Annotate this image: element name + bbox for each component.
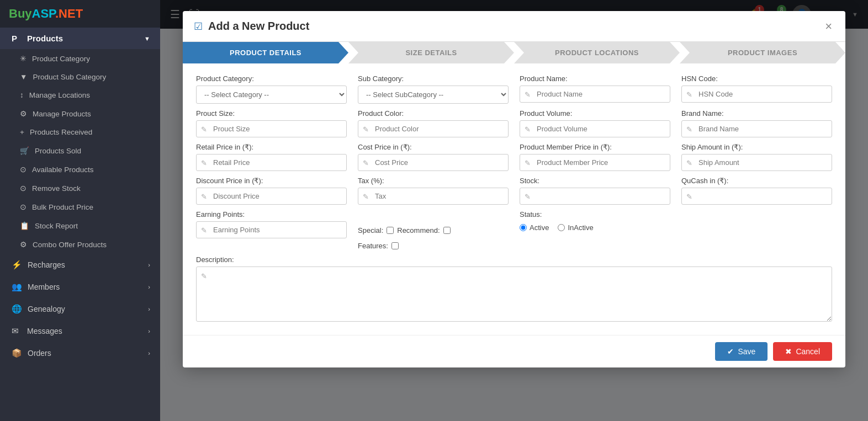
retail-price-input[interactable] (196, 154, 347, 171)
wizard-step-product-images[interactable]: PRODUCT IMAGES (680, 42, 845, 63)
sidebar-item-members[interactable]: 👥 Members › (0, 276, 160, 298)
sidebar-item-product-category[interactable]: ✳ Product Category (0, 49, 160, 68)
modal-footer: ✔ Save ✖ Cancel (183, 335, 845, 367)
wizard-step-product-locations[interactable]: PRODUCT LOCATIONS (514, 42, 680, 63)
features-checkbox[interactable] (391, 242, 399, 249)
earning-points-input[interactable] (196, 221, 347, 238)
discount-price-input[interactable] (196, 188, 347, 205)
ship-amount-group: Ship Amount in (₹): ✎ (681, 143, 832, 171)
sidebar-item-available-products[interactable]: ⊙ Available Products (0, 160, 160, 179)
recharges-arrow: › (148, 262, 150, 268)
sub-category-label: Sub Category: (358, 74, 509, 83)
earning-points-label: Earning Points: (196, 210, 347, 219)
retail-price-group: Retail Price in (₹): ✎ (196, 143, 347, 171)
bulk-product-price-icon: ⊙ (20, 202, 27, 211)
messages-arrow: › (148, 328, 150, 334)
sidebar-label-recharges: Recharges (28, 260, 65, 269)
sub-category-group: Sub Category: -- Select SubCategory -- (358, 74, 509, 104)
sidebar-item-combo-offer-products[interactable]: ⚙ Combo Offer Products (0, 235, 160, 254)
sidebar-item-orders[interactable]: 📦 Orders › (0, 342, 160, 364)
cancel-button[interactable]: ✖ Cancel (773, 342, 832, 361)
sidebar-item-manage-locations[interactable]: ↕ Manage Locations (0, 86, 160, 104)
orders-arrow: › (148, 350, 150, 356)
status-label: Status: (520, 210, 670, 219)
remove-stock-icon: ⊙ (20, 184, 27, 193)
sub-category-select[interactable]: -- Select SubCategory -- (358, 86, 509, 104)
status-active-label[interactable]: Active (520, 223, 549, 232)
ship-amount-input[interactable] (681, 154, 832, 171)
special-checkbox[interactable] (387, 227, 394, 234)
prouct-size-group: Prouct Size: ✎ (196, 109, 347, 137)
status-inactive-label[interactable]: InActive (558, 223, 593, 232)
product-category-select[interactable]: -- Select Category -- (196, 86, 347, 104)
save-label: Save (738, 347, 755, 356)
sidebar-item-recharges[interactable]: ⚡ Recharges › (0, 254, 160, 276)
description-wrap: ✎ (196, 267, 832, 324)
stock-input[interactable]: 0 (520, 188, 670, 205)
sidebar-label-stock-report: Stock Report (35, 222, 78, 230)
products-icon: P (12, 34, 22, 43)
prouct-size-icon: ✎ (201, 125, 207, 133)
sidebar-item-product-sub-category[interactable]: ▼ Product Sub Category (0, 68, 160, 86)
hsn-code-wrap: ✎ (681, 86, 832, 103)
stock-report-icon: 📋 (20, 221, 29, 230)
features-label: Features: (358, 242, 388, 250)
special-recommend-group: Special: Recommend: Features: (358, 210, 509, 250)
sidebar-item-stock-report[interactable]: 📋 Stock Report (0, 216, 160, 235)
sidebar-item-products-sold[interactable]: 🛒 Products Sold (0, 141, 160, 160)
save-button[interactable]: ✔ Save (715, 342, 768, 361)
sidebar-item-messages[interactable]: ✉ Messages › (0, 320, 160, 342)
special-recommend-row: Special: Recommend: (358, 226, 509, 235)
sidebar-item-manage-products[interactable]: ⚙ Manage Products (0, 104, 160, 123)
sidebar-item-remove-stock[interactable]: ⊙ Remove Stock (0, 179, 160, 198)
hsn-code-label: HSN Code: (681, 74, 832, 83)
modal-close-button[interactable]: × (823, 20, 834, 33)
sidebar-item-products[interactable]: P Products ▼ (0, 28, 160, 49)
product-category-group: Product Category: -- Select Category -- (196, 74, 347, 104)
hsn-code-input[interactable] (681, 86, 832, 103)
sidebar-label-available-products: Available Products (32, 166, 94, 174)
combo-offer-icon: ⚙ (20, 240, 27, 249)
brand-logo: BuyASP.NET (0, 0, 160, 28)
tax-input[interactable] (358, 188, 509, 205)
qucash-icon: ✎ (686, 192, 692, 200)
wizard-steps: PRODUCT DETAILS SIZE DETAILS PRODUCT LOC… (183, 42, 845, 63)
product-member-price-icon: ✎ (525, 158, 531, 167)
modal-add-product: ☑ Add a New Product × PRODUCT DETAILS SI… (183, 11, 845, 367)
brand-name-wrap: ✎ (681, 120, 832, 137)
sidebar-label-products: Products (27, 34, 63, 43)
status-active-radio[interactable] (520, 224, 527, 231)
products-received-icon: + (20, 128, 24, 136)
genealogy-icon: 🌐 (12, 304, 22, 314)
prouct-size-input[interactable] (196, 120, 347, 137)
ship-amount-label: Ship Amount in (₹): (681, 143, 832, 151)
product-member-price-input[interactable] (520, 154, 670, 171)
product-volume-input[interactable] (520, 120, 670, 137)
status-inactive-radio[interactable] (558, 224, 565, 231)
cost-price-input[interactable] (358, 154, 509, 171)
product-volume-wrap: ✎ (520, 120, 670, 137)
wizard-step-size-details[interactable]: SIZE DETAILS (348, 42, 514, 63)
sidebar-item-products-received[interactable]: + Products Received (0, 123, 160, 141)
stock-group: Stock: ✎ 0 (520, 177, 670, 205)
sidebar-label-orders: Orders (28, 349, 51, 358)
discount-price-label: Discount Price in (₹): (196, 177, 347, 185)
form-row-5: Earning Points: ✎ Special: Recommend: (196, 210, 832, 250)
product-name-icon: ✎ (525, 90, 531, 98)
qucash-input[interactable]: 0 (681, 188, 832, 205)
product-color-input[interactable] (358, 120, 509, 137)
product-member-price-wrap: ✎ (520, 154, 670, 171)
sidebar-item-bulk-product-price[interactable]: ⊙ Bulk Product Price (0, 198, 160, 216)
wizard-step-product-details[interactable]: PRODUCT DETAILS (183, 42, 348, 63)
product-name-wrap: ✎ (520, 86, 670, 103)
product-name-input[interactable] (520, 86, 670, 103)
recommend-checkbox[interactable] (443, 227, 451, 234)
save-icon: ✔ (727, 347, 734, 356)
tax-wrap: ✎ (358, 188, 509, 205)
qucash-wrap: ✎ 0 (681, 188, 832, 205)
features-row: Features: (358, 242, 509, 250)
brand-name-input[interactable] (681, 120, 832, 137)
description-icon: ✎ (201, 272, 207, 280)
sidebar-item-genealogy[interactable]: 🌐 Genealogy › (0, 298, 160, 320)
description-textarea[interactable] (196, 267, 832, 322)
